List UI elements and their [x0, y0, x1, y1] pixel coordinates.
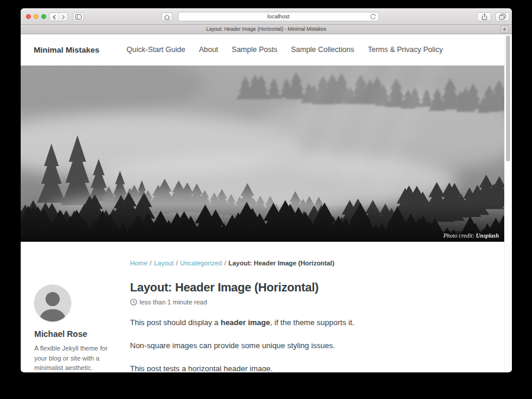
author-sidebar: Michael Rose A flexible Jekyll theme for…: [34, 267, 118, 371]
back-button[interactable]: [50, 13, 59, 21]
history-nav-group: [49, 12, 68, 21]
photo-credit: Photo credit: Unsplash: [439, 231, 503, 241]
share-button[interactable]: [477, 12, 491, 21]
new-tab-button[interactable]: +: [500, 25, 509, 33]
photo-credit-link[interactable]: Unsplash: [476, 232, 499, 239]
paragraph-bold-text: header image: [220, 318, 270, 327]
forward-button[interactable]: [59, 13, 67, 21]
breadcrumb-link-uncategorized[interactable]: Uncategorized: [180, 259, 222, 267]
foggy-forest-illustration: [21, 66, 504, 242]
home-icon: [164, 14, 170, 20]
breadcrumb-link-layout[interactable]: Layout: [154, 259, 173, 267]
paragraph-text: , if the theme supports it.: [270, 318, 354, 327]
scrollbar-thumb[interactable]: [506, 35, 510, 161]
window-controls: [26, 14, 46, 19]
address-bar[interactable]: localhost: [178, 12, 379, 21]
header-image: Photo credit: Unsplash: [21, 66, 504, 242]
breadcrumb: Home/Layout/Uncategorized/Layout: Header…: [130, 259, 488, 267]
paragraph-text: This post should display a: [130, 318, 220, 327]
nav-item-quick-start-guide[interactable]: Quick-Start Guide: [126, 46, 185, 54]
breadcrumb-separator: /: [150, 259, 151, 267]
post-paragraph: This post should display a header image,…: [130, 317, 488, 329]
breadcrumb-link-home[interactable]: Home: [130, 259, 147, 267]
post-paragraph: This post tests a horizontal header imag…: [130, 363, 488, 371]
browser-toolbar: localhost: [21, 8, 512, 25]
nav-item-about[interactable]: About: [199, 46, 218, 54]
post-paragraph: Non-square images can provide some uniqu…: [130, 340, 488, 352]
post-title: Layout: Header Image (Horizontal): [130, 281, 488, 294]
reload-button[interactable]: [369, 13, 377, 20]
tab-bar: Layout: Header Image (Horizontal) - Mini…: [21, 25, 512, 34]
author-name: Michael Rose: [34, 329, 118, 339]
chevron-left-icon: [53, 15, 56, 20]
tabs-icon: [499, 14, 506, 20]
sidebar-icon: [75, 14, 82, 20]
read-time: less than 1 minute read: [140, 299, 207, 306]
page-content: Home/Layout/Uncategorized/Layout: Header…: [21, 242, 512, 371]
person-silhouette-icon: [34, 285, 71, 322]
nav-item-sample-collections[interactable]: Sample Collections: [291, 46, 354, 54]
home-button[interactable]: [161, 12, 173, 21]
post-meta: less than 1 minute read: [130, 299, 488, 306]
scrollbar-track[interactable]: [504, 34, 512, 371]
address-url: localhost: [267, 13, 290, 20]
article: Layout: Header Image (Horizontal) less t…: [130, 267, 488, 371]
reload-icon: [369, 13, 377, 20]
breadcrumb-current: Layout: Header Image (Horizontal): [229, 259, 335, 267]
clock-icon: [130, 299, 137, 306]
sidebar-toggle-button[interactable]: [73, 12, 84, 21]
page-viewport: Minimal Mistakes Quick-Start Guide About…: [21, 34, 512, 371]
breadcrumb-separator: /: [224, 259, 226, 267]
nav-item-terms-privacy[interactable]: Terms & Privacy Policy: [368, 46, 443, 54]
minimize-button[interactable]: [34, 14, 38, 19]
author-bio: A flexible Jekyll theme for your blog or…: [34, 343, 117, 371]
site-title-link[interactable]: Minimal Mistakes: [34, 46, 99, 54]
breadcrumb-separator: /: [176, 259, 177, 267]
tab-overview-button[interactable]: [495, 12, 510, 21]
nav-item-sample-posts[interactable]: Sample Posts: [232, 46, 277, 54]
share-icon: [481, 14, 488, 20]
close-button[interactable]: [26, 14, 31, 19]
author-avatar: [34, 285, 71, 322]
site-nav: Quick-Start Guide About Sample Posts Sam…: [126, 46, 443, 54]
zoom-button[interactable]: [41, 14, 46, 19]
photo-credit-label: Photo credit:: [443, 232, 475, 239]
chevron-right-icon: [61, 15, 65, 20]
masthead: Minimal Mistakes Quick-Start Guide About…: [21, 34, 512, 66]
browser-window: localhost Layout: Header Image (Horizont…: [21, 8, 512, 372]
browser-tab[interactable]: Layout: Header Image (Horizontal) - Mini…: [21, 25, 512, 34]
